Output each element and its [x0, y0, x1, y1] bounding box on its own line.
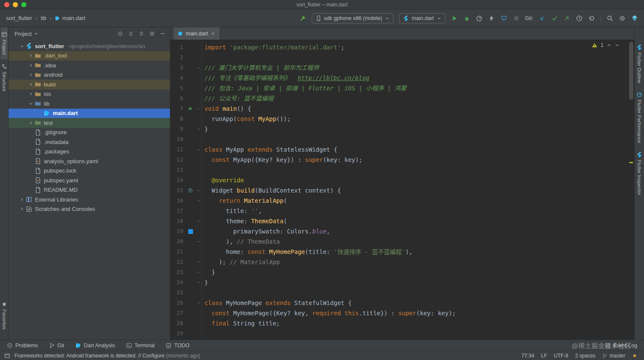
- code-text[interactable]: /// 包含: Java | 安卓 | 前端 | Flutter | iOS |…: [202, 83, 406, 93]
- fold-down-icon[interactable]: [195, 104, 202, 114]
- editor[interactable]: 1import 'package:flutter/material.dart';…: [170, 40, 634, 340]
- line-number[interactable]: 6: [170, 93, 186, 104]
- line-number[interactable]: 9: [170, 124, 186, 134]
- code-text[interactable]: import 'package:flutter/material.dart';: [202, 42, 345, 52]
- line-number[interactable]: 15: [170, 185, 186, 196]
- tree-item-readme-md[interactable]: README.MD: [9, 185, 170, 195]
- tree-item-metadata[interactable]: .metadata: [9, 137, 170, 147]
- code-text[interactable]: class MyHomePage extends StatefulWidget …: [202, 298, 352, 308]
- tool-button-git[interactable]: Git: [49, 343, 64, 348]
- git-commit-button[interactable]: [551, 15, 558, 22]
- code-text[interactable]: const MyApp({Key? key}) : super(key: key…: [202, 155, 362, 165]
- attach-debugger-button[interactable]: [488, 15, 495, 22]
- fold-up-icon[interactable]: [195, 236, 202, 247]
- tree-item-sort-flutter[interactable]: sort_flutter~/projects/mine/gitee/demos/…: [9, 41, 170, 51]
- tool-tab-structure[interactable]: Structure: [1, 59, 8, 96]
- code-text[interactable]: }: [202, 267, 215, 277]
- code-text[interactable]: }: [202, 277, 208, 288]
- code-text[interactable]: }: [202, 124, 208, 134]
- tree-item-test[interactable]: test: [9, 118, 170, 128]
- zoom-window-button[interactable]: [21, 2, 26, 7]
- fold-down-icon[interactable]: [195, 298, 202, 308]
- devtools-button[interactable]: [500, 15, 507, 22]
- status-action-link[interactable]: Configure: [142, 353, 164, 359]
- line-number[interactable]: 2: [170, 52, 186, 63]
- editor-tab-main-dart[interactable]: main.dart: [174, 27, 220, 40]
- git-history-button[interactable]: [576, 15, 583, 22]
- line-number[interactable]: 25: [170, 288, 186, 298]
- close-tab-button[interactable]: [210, 31, 216, 36]
- collapse-all-button[interactable]: [138, 31, 144, 37]
- line-number[interactable]: 26: [170, 298, 186, 308]
- color-preview-swatch[interactable]: [188, 229, 193, 234]
- tree-item-idea[interactable]: .idea: [9, 60, 170, 70]
- code-text[interactable]: title: '',: [202, 206, 262, 216]
- tool-tab-flutter-performance[interactable]: Flutter Performance: [636, 87, 643, 147]
- fold-down-icon[interactable]: [195, 196, 202, 206]
- tree-item-android[interactable]: android: [9, 70, 170, 80]
- line-number[interactable]: 22: [170, 257, 186, 267]
- code-text[interactable]: @override: [202, 175, 244, 185]
- tree-item-ios[interactable]: ios: [9, 89, 170, 99]
- prev-problem-button[interactable]: [607, 43, 612, 48]
- tool-button-terminal[interactable]: Terminal: [126, 343, 155, 348]
- profile-button[interactable]: [476, 15, 483, 22]
- expand-all-button[interactable]: [128, 31, 134, 37]
- line-number[interactable]: 3: [170, 63, 186, 73]
- debug-button[interactable]: [463, 15, 470, 22]
- code-text[interactable]: [202, 165, 204, 175]
- device-selector[interactable]: sdk gphone x86 (mobile): [312, 13, 394, 23]
- indent-style[interactable]: 2 spaces: [575, 353, 595, 359]
- tool-tab-project[interactable]: Project: [1, 27, 8, 59]
- code-text[interactable]: const MyHomePage({Key? key, required thi…: [202, 308, 456, 318]
- code-text[interactable]: [202, 288, 204, 298]
- tool-button-todo[interactable]: TODO: [166, 343, 190, 348]
- code-text[interactable]: final String title;: [202, 318, 280, 328]
- breadcrumb-item-lib[interactable]: lib: [41, 15, 46, 21]
- fold-down-icon[interactable]: [195, 216, 202, 226]
- tool-button-dart-analysis[interactable]: Dart Analysis: [75, 343, 115, 348]
- tree-item-packages[interactable]: .packages: [9, 147, 170, 157]
- tree-item-main-dart[interactable]: main.dart: [9, 109, 170, 118]
- inspections-level[interactable]: [632, 353, 637, 358]
- chevron-right-icon[interactable]: [27, 53, 34, 58]
- editor-scrollbar[interactable]: [629, 42, 633, 100]
- plugin-profile-button[interactable]: [631, 15, 638, 22]
- git-update-button[interactable]: [539, 15, 546, 22]
- code-text[interactable]: home: const MyHomePage(title: '快速排序 - 蓝不…: [202, 247, 412, 257]
- caret-position[interactable]: 77:34: [521, 353, 534, 359]
- chevron-right-icon[interactable]: [27, 72, 34, 77]
- line-number[interactable]: 20: [170, 236, 186, 247]
- fold-down-icon[interactable]: [195, 63, 202, 73]
- line-number[interactable]: 14: [170, 175, 186, 185]
- tool-button-event-log[interactable]: Event Log: [605, 343, 637, 348]
- code-text[interactable]: /// 公众号: 蓝不蓝编程: [202, 93, 274, 104]
- close-window-button[interactable]: [4, 2, 9, 7]
- tree-item-build[interactable]: build: [9, 80, 170, 89]
- line-number[interactable]: 27: [170, 308, 186, 318]
- settings-button[interactable]: [619, 15, 626, 22]
- code-text[interactable]: ), // ThemeData: [202, 236, 280, 247]
- tree-item-external-libraries[interactable]: External Libraries: [9, 195, 170, 204]
- file-encoding[interactable]: UTF-8: [554, 353, 568, 359]
- line-number[interactable]: 10: [170, 134, 186, 144]
- code-text[interactable]: return MaterialApp(: [202, 196, 287, 206]
- minimize-window-button[interactable]: [13, 2, 18, 7]
- code-text[interactable]: [202, 134, 204, 144]
- run-button[interactable]: [451, 15, 458, 22]
- git-push-button[interactable]: [564, 15, 570, 22]
- code-text[interactable]: /// 专注《零基础学编程系列》 http://lblbc.cn/blog: [202, 73, 369, 83]
- line-number[interactable]: 12: [170, 155, 186, 165]
- code-text[interactable]: [202, 52, 204, 63]
- line-number[interactable]: 17: [170, 206, 186, 216]
- line-number[interactable]: 13: [170, 165, 186, 175]
- chevron-down-icon[interactable]: [18, 44, 26, 49]
- search-everywhere-button[interactable]: [607, 15, 613, 22]
- locate-file-button[interactable]: [117, 31, 123, 37]
- breadcrumb-item-sort-flutter[interactable]: sort_flutter: [6, 15, 32, 21]
- line-number[interactable]: 24: [170, 277, 186, 288]
- tree-item-dart-tool[interactable]: .dart_tool: [9, 51, 170, 61]
- chevron-down-icon[interactable]: [27, 101, 34, 106]
- code-text[interactable]: theme: ThemeData(: [202, 216, 287, 226]
- line-number[interactable]: 21: [170, 247, 186, 257]
